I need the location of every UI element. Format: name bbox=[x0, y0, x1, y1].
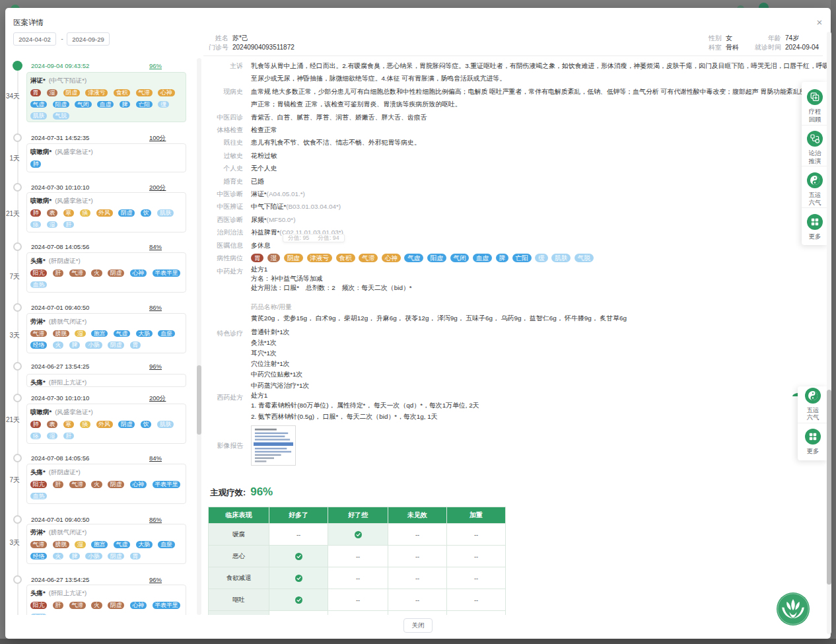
syndrome-tag: 大肠 bbox=[136, 541, 153, 548]
footer-close-button[interactable]: 关闭 bbox=[403, 618, 433, 633]
outcome-cell bbox=[388, 611, 446, 615]
field-text-line: 淋证*(A04.05.01.*) bbox=[251, 188, 305, 200]
field-label: 特色诊疗 bbox=[5, 327, 243, 391]
visit-syndrome-name: (膀胱气闭证*) bbox=[49, 528, 87, 536]
visit-diagnosis: 头痛*(肝阳上亢证*) bbox=[30, 589, 182, 597]
float-action-label: 五运六气 bbox=[802, 192, 828, 207]
visit-card[interactable]: 劳淋*(膀胱气闭证*)气滞膀胱湿胞宫气虚大肠血瘀经络火脾小肠阴虚胃 bbox=[26, 524, 186, 564]
syndrome-tag: 湿 bbox=[75, 541, 85, 548]
syndrome-tag: 气虚 bbox=[114, 541, 130, 548]
timeline-dot bbox=[13, 454, 22, 462]
sidebar-scrollbar-track[interactable] bbox=[197, 58, 201, 615]
field-text-line: 血常规 绝大多数正常，少部分患儿可有白细胞总数和中性粒细胞比例偏高；电解质 呕吐… bbox=[251, 85, 829, 98]
visit-date[interactable]: 2024-06-27 13:54:25 bbox=[31, 575, 89, 584]
syndrome-tag: 缓 bbox=[535, 254, 547, 262]
syndrome-tag: 肝 bbox=[53, 481, 63, 488]
syndrome-tag: 脾 bbox=[69, 553, 80, 560]
drug-list: 黄芪20g， 党参15g， 白术9g， 柴胡12g， 升麻6g， 茯苓12g， … bbox=[251, 314, 627, 323]
patient-visit-time-value: 2024-09-04 bbox=[785, 43, 819, 52]
field-value: 检查正常 bbox=[251, 124, 277, 136]
syndrome-tag: 血热 bbox=[30, 614, 47, 616]
field-text-line: 青紫舌、白苔、腻苔、厚苔、润苔、娇嫩舌、胖大舌、齿痕舌 bbox=[251, 111, 427, 124]
syndrome-tag: 气滞 bbox=[30, 541, 47, 548]
visit-score-link[interactable]: 96% bbox=[149, 575, 162, 584]
lotus-logo[interactable] bbox=[776, 592, 810, 626]
syndrome-tag: 小肠 bbox=[85, 553, 102, 560]
herbal-rx-line: 处方1 bbox=[251, 265, 627, 274]
syndrome-tag: 气脱 bbox=[575, 254, 594, 262]
float-action-更多[interactable]: 更多 bbox=[802, 208, 828, 244]
herbal-rx-line: 处方用法：口服* 总剂数：2 频次：每天二次（bid）* bbox=[251, 283, 627, 293]
field-text-line: 已婚 bbox=[251, 175, 264, 188]
western-rx-row: 西药处方处方11. 青霉素钠粉针(80万单位)， 属性待定*， 每天一次（qd）… bbox=[5, 391, 829, 423]
visit-score-link[interactable]: 86% bbox=[149, 515, 162, 524]
outcome-cell bbox=[447, 611, 505, 615]
medical-case-detail-dialog: 医案详情 × - 2024-09-04 09:43:5296%淋证*(中气下陷证… bbox=[5, 8, 831, 639]
outcome-cell bbox=[328, 524, 388, 545]
outcome-cell: -- bbox=[388, 524, 446, 545]
field-label: 治则治法 bbox=[5, 226, 243, 238]
outcome-symptom-name: 嗳腐 bbox=[209, 524, 269, 545]
record-row: 个人史无个人史 bbox=[5, 162, 829, 174]
float-action-疗程回顾[interactable]: 疗程回顾 bbox=[802, 82, 828, 125]
record-fields: 主诉乳食等从胃中上涌，经口而出。2.有嗳腐食臭，恶心纳呆，胃脘胀闷等症。3.重证… bbox=[5, 59, 829, 466]
visit-card[interactable]: 头痛*(肝阴虚证*)阳亢肝气滞火阴虚心神半表半里血热 bbox=[26, 464, 186, 504]
syndrome-tag: 膀胱 bbox=[53, 541, 69, 548]
diagnosis-code: (A04.05.01.*) bbox=[267, 190, 305, 197]
score-tooltip-value: 分值: 95 bbox=[288, 234, 309, 242]
float-action-更多[interactable]: 更多 bbox=[798, 423, 828, 460]
outcome-cell: -- bbox=[388, 589, 446, 610]
diagnosis-code: (MF50.0*) bbox=[267, 216, 296, 223]
patient-header-divider bbox=[203, 55, 823, 56]
special-care-row: 特色诊疗普通针刺*1次灸法*1次耳穴*1次穴位注射*1次中药穴位贴敷*1次中药蒸… bbox=[5, 327, 829, 391]
field-value: 中气下陷证*(B03.01.03.04.04*) bbox=[251, 200, 341, 213]
herbal-rx-line: 方名：补中益气汤等加减 bbox=[251, 274, 627, 283]
field-text-line: 多休息 bbox=[251, 239, 271, 252]
timeline-dot bbox=[13, 362, 22, 371]
float-panel-primary: 疗程回顾论治推演五运六气更多 bbox=[802, 82, 828, 245]
field-text-line: 无个人史 bbox=[251, 162, 277, 174]
float-action-论治推演[interactable]: 论治推演 bbox=[802, 125, 828, 166]
syndrome-tag: 阳亢 bbox=[30, 602, 47, 609]
record-row: 过敏史花粉过敏 bbox=[5, 149, 829, 162]
syndrome-tag: 火 bbox=[91, 481, 102, 488]
sidebar-scrollbar-thumb[interactable] bbox=[197, 365, 201, 435]
field-label: 西医诊断 bbox=[5, 213, 243, 226]
special-care-line: 耳穴*1次 bbox=[251, 348, 309, 359]
outcome-cell: -- bbox=[388, 546, 446, 567]
record-row: 现病史血常规 绝大多数正常，少部分患儿可有白细胞总数和中性粒细胞比例偏高；电解质… bbox=[5, 85, 829, 111]
course-review-icon bbox=[807, 89, 823, 105]
float-action-label: 疗程回顾 bbox=[802, 108, 828, 124]
imaging-report-thumbnail[interactable] bbox=[251, 425, 296, 466]
syndrome-tag: 食积 bbox=[336, 254, 355, 262]
syndrome-tag: 气滞 bbox=[359, 254, 378, 262]
visit-date[interactable]: 2024-07-01 09:40:50 bbox=[31, 515, 89, 524]
visit-syndrome-name: (肝阴虚证*) bbox=[49, 468, 81, 476]
field-value: 花粉过敏 bbox=[251, 149, 277, 162]
float-action-label-line: 疗程 bbox=[802, 108, 828, 116]
field-value: 患儿有乳食不节、饮食不洁、情志不畅、外邪犯胃等病史。 bbox=[251, 136, 421, 149]
timeline-dot bbox=[13, 183, 22, 192]
syndrome-tag: 半表半里 bbox=[153, 602, 181, 609]
diagnosis-code: (B03.01.03.04.04*) bbox=[286, 203, 341, 210]
syndrome-tag: 心神 bbox=[130, 481, 147, 488]
timeline-dot bbox=[13, 394, 22, 402]
float-action-label-line: 回顾 bbox=[802, 116, 828, 124]
field-label: 中医辨证 bbox=[5, 200, 243, 213]
herbal-rx-row: 中药处方处方1方名：补中益气汤等加减处方用法：口服* 总剂数：2 频次：每天二次… bbox=[5, 265, 829, 323]
main-scrollbar-thumb[interactable] bbox=[827, 390, 831, 585]
record-row: 婚育史已婚 bbox=[5, 175, 829, 188]
visit-card[interactable]: 头痛*(肝阳上亢证*)阳亢肝气滞火阴虚心神半表半里血热 bbox=[26, 585, 186, 615]
diagnosis-term: 补益脾胃* bbox=[251, 229, 279, 236]
syndrome-tag: 气闭 bbox=[450, 254, 470, 262]
float-action-五运六气[interactable]: 五运六气 bbox=[802, 166, 828, 208]
record-row: 治则治法补益脾胃*(C02.11.01.03.01.03*) bbox=[5, 226, 829, 238]
outcome-symptom-name bbox=[209, 611, 269, 615]
score-tooltip-value: 分值: 94 bbox=[318, 234, 339, 242]
field-label: 主诉 bbox=[5, 59, 243, 85]
outcome-symptom-name: 食欲减退 bbox=[209, 567, 269, 589]
outcome-cell: -- bbox=[447, 524, 505, 545]
field-label: 中医四诊 bbox=[5, 111, 243, 124]
float-action-五运六气[interactable]: 五运六气 bbox=[798, 386, 828, 423]
five-phases-icon bbox=[807, 172, 823, 188]
